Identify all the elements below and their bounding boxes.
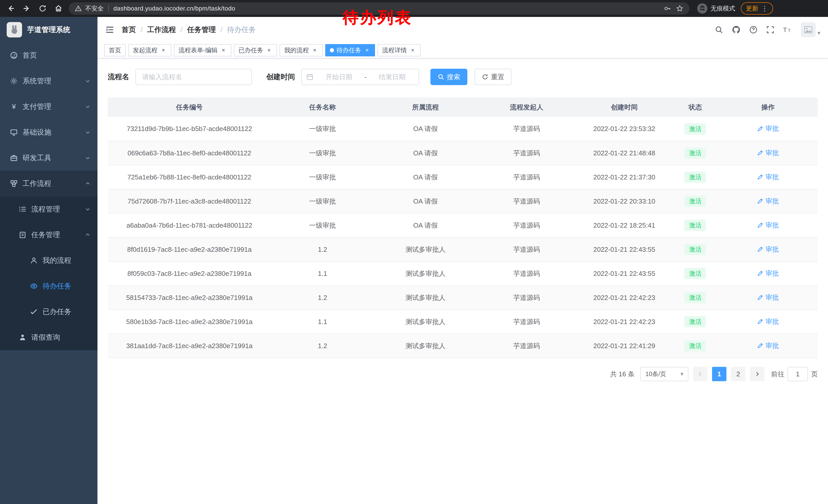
sidebar-toggle-icon[interactable] (105, 25, 114, 34)
user-menu[interactable]: ▾ (801, 22, 820, 37)
prev-page-button[interactable] (693, 367, 707, 381)
home-icon[interactable] (53, 3, 64, 14)
forward-icon[interactable] (21, 3, 32, 14)
svg-text:T: T (788, 29, 791, 33)
approve-link[interactable]: 审批 (757, 197, 779, 205)
address-bar[interactable]: 不安全 dashboard.yudao.iocoder.cn/bpm/task/… (69, 2, 690, 15)
table-row: 725a1eb6-7b88-11ec-8ef0-acde48001122 一级审… (108, 165, 818, 189)
status-badge: 激活 (685, 292, 706, 303)
approve-link[interactable]: 审批 (757, 269, 779, 278)
workflow-icon (10, 179, 18, 188)
sidebar-item-done-task[interactable]: 已办任务 (0, 299, 97, 325)
incognito-badge: 无痕模式 (697, 3, 735, 13)
chevron-down-icon (85, 207, 90, 212)
sidebar-item-my-process[interactable]: 我的流程 (0, 248, 97, 273)
sidebar-item-todo-task[interactable]: 待办任务 (0, 273, 97, 299)
date-range-picker[interactable]: 开始日期 - 结束日期 (301, 69, 419, 85)
process-name-input[interactable] (135, 69, 252, 85)
cell-process: OA 请假 (374, 189, 477, 213)
github-icon[interactable] (732, 26, 741, 34)
sidebar-item-workflow[interactable]: 工作流程 (0, 171, 97, 196)
breadcrumb-current: 待办任务 (227, 25, 256, 35)
avatar[interactable] (801, 22, 816, 37)
url-text[interactable]: dashboard.yudao.iocoder.cn/bpm/task/todo (113, 5, 660, 12)
chrome-menu-icon[interactable]: ⋮ (761, 5, 768, 12)
page-size-select[interactable]: 10条/页 ▾ (640, 367, 689, 381)
font-size-icon[interactable]: TT (783, 26, 792, 34)
cell-initiator: 芋道源码 (477, 310, 576, 334)
sidebar-item-process-mgmt[interactable]: 流程管理 (0, 196, 97, 222)
reset-button[interactable]: 重置 (474, 69, 511, 85)
approve-link[interactable]: 审批 (757, 293, 779, 302)
tab-home[interactable]: 首页 (104, 44, 126, 56)
edit-icon (757, 270, 763, 276)
sidebar-item-leave-query[interactable]: 请假查询 (0, 325, 97, 350)
help-icon[interactable] (749, 26, 757, 34)
breadcrumb-separator: / (180, 26, 182, 34)
close-icon[interactable]: × (312, 47, 318, 54)
breadcrumb-workflow[interactable]: 工作流程 (147, 25, 176, 35)
cell-initiator: 芋道源码 (477, 237, 576, 262)
cell-process: 测试多审批人 (374, 237, 477, 262)
security-label[interactable]: 不安全 (85, 4, 104, 12)
breadcrumb-task-mgmt[interactable]: 任务管理 (187, 25, 216, 35)
tab-process-detail[interactable]: 流程详情 × (378, 44, 421, 56)
fullscreen-icon[interactable] (766, 26, 774, 34)
close-icon[interactable]: × (364, 47, 370, 54)
app-logo[interactable]: 芋道管理系统 (0, 17, 97, 43)
close-icon[interactable]: × (409, 47, 416, 54)
approve-link[interactable]: 审批 (757, 124, 779, 133)
search-icon[interactable] (715, 26, 723, 34)
approve-link[interactable]: 审批 (757, 221, 779, 230)
status-badge: 激活 (685, 268, 706, 279)
caret-down-icon: ▾ (680, 371, 683, 377)
tab-my-process[interactable]: 我的流程 × (280, 44, 323, 56)
next-page-button[interactable] (750, 367, 764, 381)
sidebar-item-system[interactable]: 系统管理 (0, 68, 97, 94)
approve-link[interactable]: 审批 (757, 245, 779, 254)
approve-link[interactable]: 审批 (757, 173, 779, 182)
sidebar-item-dev-tools[interactable]: 研发工具 (0, 145, 97, 171)
bookmark-star-icon[interactable] (676, 5, 683, 12)
goto-page-input[interactable] (787, 367, 808, 381)
approve-link[interactable]: 审批 (757, 148, 779, 157)
table-body: 73211d9d-7b9b-11ec-b5b7-acde48001122 一级审… (108, 117, 818, 358)
refresh-icon[interactable] (37, 3, 48, 14)
sidebar-item-infra[interactable]: 基础设施 (0, 120, 97, 145)
chrome-update-button[interactable]: 更新 ⋮ (741, 2, 773, 15)
tab-done-task[interactable]: 已办任务 × (234, 44, 277, 56)
cell-process: OA 请假 (374, 165, 477, 189)
end-date-placeholder[interactable]: 结束日期 (370, 73, 414, 82)
back-icon[interactable] (5, 3, 16, 14)
start-date-placeholder[interactable]: 开始日期 (317, 73, 361, 82)
cell-action: 审批 (718, 286, 818, 310)
chevron-down-icon (85, 79, 90, 84)
tab-launch-process[interactable]: 发起流程 × (128, 44, 171, 56)
cell-created: 2022-01-22 18:25:41 (576, 213, 672, 237)
status-badge: 激活 (685, 123, 706, 135)
cell-action: 审批 (718, 334, 818, 358)
sidebar-item-pay[interactable]: ¥ 支付管理 (0, 94, 97, 120)
key-icon[interactable] (664, 5, 671, 12)
search-button[interactable]: 搜索 (430, 69, 467, 85)
approve-link[interactable]: 审批 (757, 341, 779, 350)
approve-link[interactable]: 审批 (757, 317, 779, 326)
cell-action: 审批 (718, 262, 818, 286)
chevron-down-icon (85, 104, 90, 109)
sidebar-item-home[interactable]: 首页 (0, 43, 97, 68)
cell-action: 审批 (718, 310, 818, 334)
sidebar-item-task-mgmt[interactable]: 任务管理 (0, 222, 97, 248)
page-1-button[interactable]: 1 (712, 367, 727, 381)
breadcrumb-home[interactable]: 首页 (122, 25, 136, 35)
close-icon[interactable]: × (160, 47, 167, 54)
tab-process-form-edit[interactable]: 流程表单-编辑 × (174, 44, 232, 56)
page-2-button[interactable]: 2 (731, 367, 745, 381)
cell-task-id: 73211d9d-7b9b-11ec-b5b7-acde48001122 (108, 117, 271, 141)
close-icon[interactable]: × (266, 47, 273, 54)
col-task-name: 任务名称 (271, 97, 374, 117)
close-icon[interactable]: × (220, 47, 227, 54)
table-row: a6aba0a4-7b6d-11ec-b781-acde48001122 一级审… (108, 213, 818, 237)
cell-process: 测试多审批人 (374, 310, 477, 334)
cell-status: 激活 (672, 334, 718, 358)
tab-todo-task[interactable]: 待办任务 × (325, 44, 375, 56)
